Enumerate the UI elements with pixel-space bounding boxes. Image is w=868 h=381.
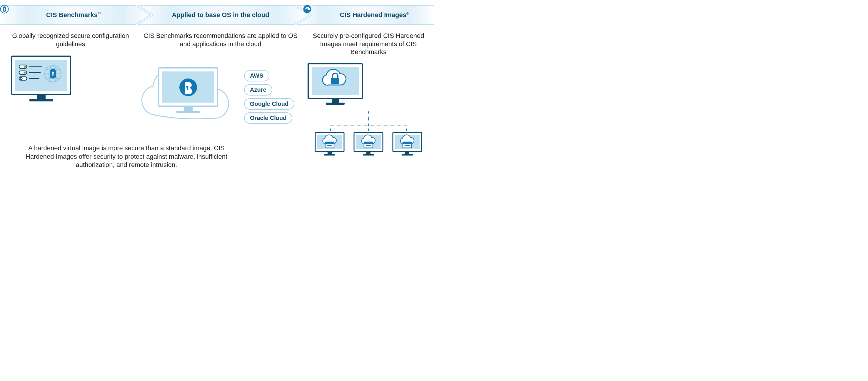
- svg-rect-40: [324, 154, 335, 156]
- svg-point-17: [20, 77, 22, 80]
- svg-rect-9: [29, 99, 53, 101]
- column-benchmarks: Globally recognized secure configuration…: [6, 29, 135, 109]
- svg-rect-54: [402, 154, 413, 156]
- band-col3: CIS Hardened Images®: [303, 5, 434, 25]
- provider-pill: Azure: [244, 84, 272, 96]
- cis-benchmarks-logo-icon: [34, 10, 43, 20]
- mini-monitor-icon: [313, 131, 346, 158]
- svg-rect-24: [52, 73, 53, 76]
- svg-rect-39: [328, 152, 332, 154]
- provider-pill: AWS: [244, 70, 269, 82]
- svg-rect-56: [403, 142, 412, 144]
- arrow-band: CIS Benchmarks™ Applied to base OS in th…: [0, 5, 434, 25]
- svg-point-11: [24, 66, 26, 68]
- svg-rect-35: [326, 103, 345, 105]
- svg-rect-3: [4, 9, 5, 10]
- monitor-benchmarks-icon: [6, 53, 135, 109]
- band-col1-title: CIS Benchmarks: [46, 11, 98, 19]
- bottom-paragraph: A hardened virtual image is more secure …: [18, 144, 235, 169]
- band-col3-title: CIS Hardened Images: [340, 11, 406, 19]
- svg-rect-49: [364, 142, 373, 144]
- svg-rect-36: [331, 78, 339, 84]
- svg-rect-42: [325, 142, 334, 144]
- band-col1: CIS Benchmarks™: [0, 5, 135, 25]
- svg-rect-34: [332, 99, 339, 103]
- provider-pill: Oracle Cloud: [244, 112, 292, 124]
- provider-pill: Google Cloud: [244, 98, 294, 110]
- svg-rect-46: [366, 152, 371, 154]
- svg-rect-28: [177, 111, 200, 113]
- svg-rect-47: [363, 154, 374, 156]
- col1-description: Globally recognized secure configuration…: [6, 32, 135, 48]
- band-col1-mark: ™: [98, 12, 101, 15]
- cis-hardened-images-logo-icon: [328, 10, 337, 20]
- svg-rect-7: [15, 60, 67, 91]
- band-col3-mark: ®: [406, 12, 409, 15]
- svg-rect-8: [37, 95, 45, 99]
- svg-rect-27: [184, 107, 193, 111]
- mini-monitor-icon: [352, 131, 384, 158]
- monitor-lock-icon: [303, 61, 434, 112]
- dotted-connector-vertical: [368, 112, 369, 126]
- cis-hardened-images-diagram: CIS Benchmarks™ Applied to base OS in th…: [0, 0, 434, 191]
- band-col2-title: Applied to base OS in the cloud: [172, 11, 269, 19]
- band-col2: Applied to base OS in the cloud: [138, 5, 303, 25]
- svg-rect-5: [306, 9, 308, 10]
- svg-rect-31: [187, 87, 188, 90]
- col3-description: Securely pre-configured CIS Hardened Ima…: [303, 32, 434, 56]
- svg-rect-53: [405, 152, 409, 154]
- mini-monitor-icon: [391, 131, 424, 158]
- column-hardened-images: Securely pre-configured CIS Hardened Ima…: [303, 29, 434, 158]
- mini-monitors-row: [303, 131, 434, 158]
- col2-description: CIS Benchmarks recommendations are appli…: [138, 32, 303, 48]
- dotted-connector-horizontal: [321, 126, 415, 131]
- cloud-providers-list: AWS Azure Google Cloud Oracle Cloud: [244, 70, 300, 124]
- svg-point-14: [24, 72, 26, 74]
